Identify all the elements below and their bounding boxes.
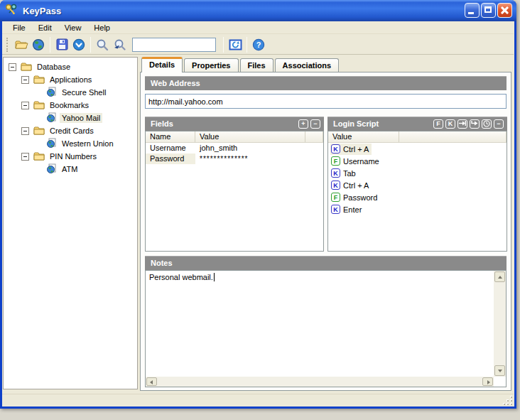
maximize-button[interactable] xyxy=(481,3,496,18)
tab-arrow-icon xyxy=(459,120,466,126)
tree-item-secure-shell[interactable]: Secure Shell xyxy=(4,86,137,99)
tree-item-yahoo-mail[interactable]: Yahoo Mail xyxy=(4,112,137,124)
column-name[interactable]: Name xyxy=(146,131,195,142)
open-folder-icon xyxy=(15,39,28,50)
script-row[interactable]: FUsername xyxy=(328,155,507,167)
tree-item-credit-cards[interactable]: Credit Cards xyxy=(4,124,137,137)
folder-icon xyxy=(21,62,32,72)
notes-vertical-scrollbar[interactable] xyxy=(494,271,506,377)
down-arrow-icon xyxy=(498,370,502,372)
field-token-icon: F xyxy=(331,156,340,166)
field-row-password[interactable]: Password ************** xyxy=(146,154,323,164)
tab-strip: Details Properties Files Associations xyxy=(141,57,339,72)
script-row[interactable]: KCtrl + A xyxy=(328,179,507,191)
menu-help[interactable]: Help xyxy=(87,22,117,33)
key-token-icon: K xyxy=(331,168,340,178)
fields-list: Name Value Username john_smith Password … xyxy=(145,131,324,252)
folder-icon xyxy=(33,126,45,136)
script-row[interactable]: KEnter xyxy=(328,203,507,215)
minimize-icon xyxy=(468,12,474,14)
folder-icon xyxy=(33,100,45,111)
tab-properties[interactable]: Properties xyxy=(184,58,238,72)
scroll-up-button[interactable] xyxy=(494,271,505,282)
tree-item-western-union[interactable]: Western Union xyxy=(4,137,137,150)
auto-type-button[interactable] xyxy=(227,37,244,53)
add-field-button[interactable]: + xyxy=(298,119,308,129)
menu-edit[interactable]: Edit xyxy=(32,22,58,33)
add-tab-token-button[interactable] xyxy=(457,119,467,129)
add-field-token-button[interactable]: F xyxy=(433,119,443,129)
column-value[interactable]: Value xyxy=(328,131,399,142)
maximize-icon xyxy=(484,6,492,13)
tree-item-applications[interactable]: Applications xyxy=(4,73,137,86)
remove-token-button[interactable]: − xyxy=(494,119,504,129)
web-address-header: Web Address xyxy=(145,76,507,90)
fields-column-headers: Name Value xyxy=(146,131,323,143)
menu-file[interactable]: File xyxy=(6,22,32,33)
auto-type-icon xyxy=(229,39,242,50)
tree-item-database[interactable]: Database xyxy=(4,60,137,73)
add-enter-token-button[interactable] xyxy=(470,119,480,129)
commit-button[interactable] xyxy=(70,37,87,53)
scroll-left-button[interactable] xyxy=(146,377,157,386)
collapse-icon[interactable] xyxy=(9,63,16,71)
help-button[interactable]: ? xyxy=(250,37,267,53)
status-bar xyxy=(2,394,514,406)
toolbar-separator xyxy=(247,37,247,53)
collapse-icon[interactable] xyxy=(21,76,29,84)
toolbar-grip[interactable] xyxy=(6,38,9,52)
left-arrow-icon xyxy=(150,380,153,384)
text-caret xyxy=(214,273,215,281)
login-script-list: Value KCtrl + A FUsername KTab KCtrl + A xyxy=(327,131,507,252)
tree-item-pin-numbers[interactable]: PIN Numbers xyxy=(4,150,137,163)
script-row[interactable]: KTab xyxy=(328,167,507,179)
toolbar-separator xyxy=(90,37,91,53)
script-row[interactable]: FPassword xyxy=(328,191,507,203)
menubar: File Edit View Help xyxy=(2,21,514,34)
web-entry-icon xyxy=(46,163,57,176)
search-button[interactable] xyxy=(94,37,111,53)
scroll-right-button[interactable] xyxy=(482,377,493,386)
tab-details[interactable]: Details xyxy=(141,57,183,72)
right-arrow-icon xyxy=(487,380,490,384)
remove-field-button[interactable]: − xyxy=(310,119,320,129)
titlebar[interactable]: KeyPass xyxy=(0,0,516,21)
keypass-keys-icon xyxy=(5,4,19,18)
help-icon: ? xyxy=(252,38,265,51)
search-icon xyxy=(96,38,109,51)
login-script-header: Login Script F K − xyxy=(327,117,507,131)
notes-textarea[interactable]: Personal webmail. xyxy=(146,271,494,377)
window-title: KeyPass xyxy=(23,6,61,16)
save-button[interactable] xyxy=(53,37,70,53)
add-key-token-button[interactable]: K xyxy=(445,119,455,129)
close-button[interactable] xyxy=(497,3,512,18)
web-address-input[interactable] xyxy=(145,94,507,109)
new-entry-button[interactable] xyxy=(30,37,47,53)
menu-view[interactable]: View xyxy=(58,22,88,33)
tab-associations[interactable]: Associations xyxy=(275,58,339,72)
tab-files[interactable]: Files xyxy=(240,58,273,72)
svg-text:?: ? xyxy=(256,41,261,49)
client-area: Database Applications Secure Shell xyxy=(2,55,514,394)
toolbar-separator xyxy=(50,37,50,53)
open-database-button[interactable] xyxy=(13,37,30,53)
collapse-icon[interactable] xyxy=(21,153,29,161)
field-row-username[interactable]: Username john_smith xyxy=(146,143,323,154)
globe-icon xyxy=(32,38,45,51)
collapse-icon[interactable] xyxy=(21,127,29,135)
tab-control: Details Properties Files Associations We… xyxy=(140,57,511,391)
search-input[interactable] xyxy=(132,38,216,52)
collapse-icon[interactable] xyxy=(21,102,29,109)
notes-horizontal-scrollbar[interactable] xyxy=(146,377,494,387)
scroll-down-button[interactable] xyxy=(494,365,505,376)
resize-grip[interactable] xyxy=(503,396,512,405)
minimize-button[interactable] xyxy=(465,3,480,18)
column-value[interactable]: Value xyxy=(195,131,305,142)
tree-item-atm[interactable]: ATM xyxy=(4,163,137,176)
search-next-button[interactable] xyxy=(111,37,128,53)
key-token-icon: K xyxy=(331,181,340,190)
tree-item-bookmarks[interactable]: Bookmarks xyxy=(4,99,137,112)
script-row[interactable]: KCtrl + A xyxy=(328,143,507,155)
entry-tree[interactable]: Database Applications Secure Shell xyxy=(3,57,138,389)
add-delay-token-button[interactable] xyxy=(482,119,492,129)
